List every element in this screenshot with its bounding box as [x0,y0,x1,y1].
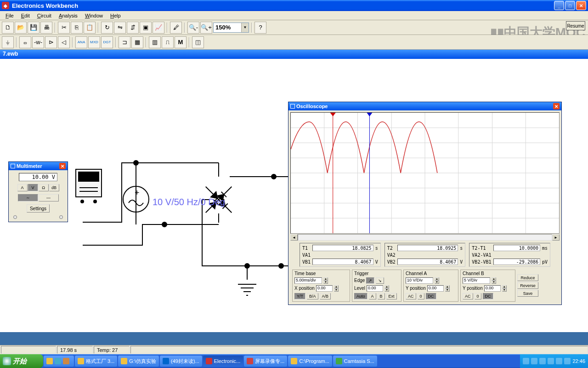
bin-digital-ic[interactable]: MXD [88,36,100,48]
mm-mode-v[interactable]: V [28,184,38,191]
menu-circuit[interactable]: Circuit [34,12,55,19]
trg-a[interactable]: A [369,293,376,299]
menu-analysis[interactable]: Analysis [55,12,81,19]
save-button[interactable]: 💾 [28,22,40,34]
bin-transistors[interactable]: ⊳ [45,36,57,48]
menu-help[interactable]: Help [107,12,124,19]
new-button[interactable]: 🗋 [2,22,14,34]
cut-button[interactable]: ✂ [58,22,70,34]
tray-icon[interactable] [523,358,529,364]
component-props-button[interactable]: 🖉 [170,22,182,34]
timebase-spin[interactable]: ▲▼ [323,277,328,284]
scope-hscroll[interactable]: ◄ ► [290,234,560,241]
start-button[interactable]: 开始 [0,354,43,368]
tray-clock[interactable]: 22:46 [572,358,585,364]
scope-display[interactable] [290,112,560,234]
system-tray[interactable]: 22:46 [520,354,588,368]
zoom-out-button[interactable]: 🔍- [187,22,199,34]
bin-misc[interactable]: ⎍ [162,36,174,48]
taskbar-item-active[interactable]: Electronic... [203,356,243,367]
copy-button[interactable]: ⎘ [71,22,83,34]
tray-icon[interactable] [556,358,562,364]
help-button[interactable]: ? [254,22,266,34]
tray-icon[interactable] [539,358,546,364]
chb-ypos[interactable]: 0.00 [484,285,501,292]
multimeter-close-button[interactable]: ✕ [59,163,66,169]
tray-icon[interactable] [564,358,571,364]
circuit-canvas[interactable]: + 10 V/50 Hz/0 Deg Multimeter ✕ 10.00 V … [0,59,588,332]
taskbar-item[interactable]: G:\仿真实验 [118,356,159,367]
taskbar-item[interactable]: 格式工厂 3... [75,356,117,367]
print-button[interactable]: 🖶 [40,22,52,34]
bin-sources[interactable]: ⏚ [2,36,14,48]
mm-mode-ohm[interactable]: Ω [39,184,49,191]
bin-basic[interactable]: ⏛ [19,36,31,48]
multimeter-titlebar[interactable]: Multimeter ✕ [9,162,68,170]
scope-reverse-button[interactable]: Reverse [517,282,538,289]
tray-icon[interactable] [548,358,554,364]
graph-button[interactable]: 📈 [153,22,164,34]
menu-window[interactable]: Window [81,12,107,19]
trigger-level[interactable]: 0.00 [367,285,383,292]
flipv-button[interactable]: ⇵ [127,22,139,34]
hscroll-left[interactable]: ◄ [290,234,298,241]
mm-terminal-minus[interactable] [59,215,63,219]
cha-ac[interactable]: AC [406,293,416,299]
cha-dc[interactable]: DC [426,293,436,299]
maximize-button[interactable]: □ [565,1,575,10]
mm-mode-a[interactable]: A [17,184,28,191]
bin-instruments2[interactable]: ◫ [192,36,204,48]
cha-0[interactable]: 0 [418,293,424,299]
trg-ext[interactable]: Ext [386,293,397,299]
scope-save-button[interactable]: Save [517,290,538,297]
fliph-button[interactable]: ⇋ [114,22,126,34]
tray-icon[interactable] [531,358,537,364]
menu-file[interactable]: File [2,12,17,19]
bin-controls[interactable]: ▥ [149,36,161,48]
oscilloscope-titlebar[interactable]: Oscilloscope ✕ [288,102,561,110]
mm-mode-db[interactable]: dB [49,184,59,191]
taskbar-item[interactable]: Camtasia S... [333,356,377,367]
hscroll-right[interactable]: ► [552,234,560,241]
mm-ac-button[interactable]: ∼ [18,194,38,201]
oscilloscope-close-button[interactable]: ✕ [553,103,560,109]
bin-mixed-ic[interactable]: ANA [75,36,87,48]
taskbar-item[interactable]: C:\Program... [288,356,332,367]
taskbar-quicklaunch[interactable] [44,356,74,367]
rotate-button[interactable]: ↻ [101,22,113,34]
zoom-in-button[interactable]: 🔍+ [200,22,212,34]
oscilloscope-window[interactable]: Oscilloscope ✕ [288,102,562,305]
bin-digital[interactable]: ⊐ [119,36,130,48]
menu-edit[interactable]: Edit [17,12,34,19]
paste-button[interactable]: 📋 [84,22,96,34]
chb-0[interactable]: 0 [475,293,481,299]
xpos-input[interactable]: 0.00 [316,285,333,292]
taskbar-item[interactable]: 屏幕录像专... [244,356,287,367]
bin-indicators[interactable]: ▦ [131,36,143,48]
scope-reduce-button[interactable]: Reduce [517,274,538,281]
close-button[interactable]: ✕ [576,1,586,10]
edge-fall[interactable]: ↘ [376,277,384,284]
chb-dc[interactable]: DC [483,293,493,299]
mm-terminal-plus[interactable] [13,215,17,219]
cha-scale[interactable]: 10 V/Div [406,277,433,284]
cha-ypos[interactable]: 0.00 [427,285,444,292]
trg-b[interactable]: B [378,293,385,299]
chb-scale[interactable]: 5 V/Div [463,277,490,284]
yt-button[interactable]: Y/T [294,293,305,299]
resume-button[interactable]: Resume [566,21,585,30]
bin-analog-ic[interactable]: ◁ [58,36,70,48]
open-button[interactable]: 📂 [15,22,27,34]
ba-button[interactable]: B/A [307,293,318,299]
minimize-button[interactable]: _ [554,1,564,10]
bin-diodes[interactable]: -w- [32,36,44,48]
mm-settings-button[interactable]: Settings [27,204,50,213]
bin-instruments[interactable]: M [175,36,187,48]
trg-auto[interactable]: Auto [354,293,368,299]
timebase-input[interactable]: 5.00ms/div [294,277,322,284]
taskbar-item[interactable]: (49封未读)... [160,356,202,367]
zoom-select[interactable]: 150%▼ [213,23,249,33]
mm-dc-button[interactable]: — [39,194,59,201]
multimeter-window[interactable]: Multimeter ✕ 10.00 V A V Ω dB ∼ — Settin… [8,161,68,222]
subcircuit-button[interactable]: ▣ [140,22,152,34]
